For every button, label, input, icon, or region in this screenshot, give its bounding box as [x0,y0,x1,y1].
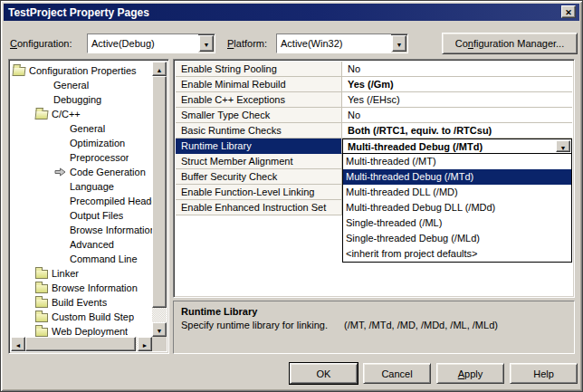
configuration-manager-button[interactable]: Configuration Manager... [442,33,578,54]
dropdown-option-mld[interactable]: Single-threaded Debug (/MLd) [343,231,571,246]
folder-open-icon [12,67,25,76]
help-button[interactable]: Help [510,363,578,384]
property-row-enable-string-pooling[interactable]: Enable String PoolingNo [176,62,572,77]
runtime-library-dropdown-list: Multi-threaded (/MT) Multi-threaded Debu… [342,153,572,263]
tree-item-c-cpp[interactable]: C/C++ [11,107,154,121]
property-row-enable-minimal-rebuild[interactable]: Enable Minimal RebuildYes (/Gm) [176,77,572,92]
tree-item-advanced[interactable]: Advanced [11,237,154,252]
cancel-button[interactable]: Cancel [363,363,431,384]
description-flags: (/MT, /MTd, /MD, /MDd, /ML, /MLd) [344,320,498,330]
tree-item-debugging[interactable]: Debugging [11,92,154,107]
scrollbar-corner [152,337,167,351]
chevron-down-icon [204,38,210,49]
vertical-scroll-thumb[interactable] [152,76,167,308]
property-row-runtime-library[interactable]: Runtime Library Multi-threaded Debug (/M… [176,139,572,154]
description-text: Specify runtime library for linking. [181,320,328,330]
platform-value: Active(Win32) [277,34,391,53]
triangle-left-icon [15,339,22,349]
dropdown-option-inherit[interactable]: <inherit from project defaults> [343,246,571,262]
dropdown-option-ml[interactable]: Single-threaded (/ML) [343,215,571,231]
folder-open-icon [34,110,48,120]
apply-button[interactable]: Apply [436,363,504,384]
runtime-library-value: Multi-threaded Debug (/MTd) [348,141,483,152]
property-row-basic-runtime-checks[interactable]: Basic Runtime ChecksBoth (/RTC1, equiv. … [176,123,572,139]
configuration-value: Active(Debug) [88,34,198,53]
horizontal-scroll-thumb[interactable] [25,337,136,351]
runtime-library-dropdown-button[interactable] [556,140,570,152]
scroll-down-button[interactable] [152,322,167,337]
tree-item-code-generation[interactable]: Code Generation [11,165,154,179]
tree-item-custom-build-step[interactable]: Custom Build Step [11,310,154,324]
tree-item-general[interactable]: General [11,78,154,92]
tree-item-build-events[interactable]: Build Events [11,295,154,310]
triangle-up-icon [157,63,163,74]
tree-item-output-files[interactable]: Output Files [11,208,154,223]
description-body: Specify runtime library for linking.(/MT… [181,320,567,330]
title-bar: TestProject Property Pages [4,4,579,21]
close-icon [565,6,572,17]
platform-label: Platform: [227,38,267,49]
tree-item-precompiled-headers[interactable]: Precompiled Headers [11,194,154,208]
tree-item-preprocessor[interactable]: Preprocessor [11,150,154,165]
dropdown-option-md[interactable]: Multi-threaded DLL (/MD) [343,185,571,200]
tree-vertical-scrollbar[interactable] [152,62,167,337]
configuration-label: Configuration: [10,38,72,49]
platform-select[interactable]: Active(Win32) [276,33,408,53]
folder-closed-icon [35,270,48,279]
tree-item-command-line[interactable]: Command Line [11,252,154,266]
current-page-arrow-icon [54,167,66,177]
folder-closed-icon [35,284,48,293]
folder-closed-icon [35,299,48,308]
dropdown-option-mdd[interactable]: Multi-threaded Debug DLL (/MDd) [343,200,571,215]
tree-item-optimization[interactable]: Optimization [11,136,154,150]
description-title: Runtime Library [181,306,567,317]
runtime-library-combobox[interactable]: Multi-threaded Debug (/MTd) [342,139,572,154]
tree-item-web-deployment[interactable]: Web Deployment [11,324,154,337]
platform-dropdown-button[interactable] [392,35,406,52]
scroll-left-button[interactable] [11,337,25,351]
tree-item-configuration-properties[interactable]: Configuration Properties [11,63,154,78]
folder-closed-icon [35,328,48,337]
chevron-down-icon [560,141,567,152]
tree-content: Configuration Properties General Debuggi… [11,62,154,337]
description-panel: Runtime Library Specify runtime library … [173,301,575,354]
tree-item-language[interactable]: Language [11,179,154,194]
triangle-down-icon [157,324,163,335]
configuration-select[interactable]: Active(Debug) [87,33,215,53]
dropdown-option-mtd[interactable]: Multi-threaded Debug (/MTd) [343,169,571,185]
folder-closed-icon [35,313,48,322]
tree-item-linker[interactable]: Linker [11,266,154,281]
property-row-enable-cpp-exceptions[interactable]: Enable C++ ExceptionsYes (/EHsc) [176,92,572,108]
window-title: TestProject Property Pages [8,6,149,19]
tree-item-browse-information-root[interactable]: Browse Information [11,281,154,295]
property-row-smaller-type-check[interactable]: Smaller Type CheckNo [176,108,572,123]
close-button[interactable] [561,5,576,18]
property-pages-dialog: TestProject Property Pages Configuration… [0,0,583,392]
ok-button[interactable]: OK [290,363,358,384]
tree-item-cpp-general[interactable]: General [11,121,154,136]
tree-horizontal-scrollbar[interactable] [11,337,152,351]
configuration-dropdown-button[interactable] [199,35,214,52]
scroll-up-button[interactable] [152,62,167,76]
category-tree: Configuration Properties General Debuggi… [8,59,169,354]
tree-item-browse-information[interactable]: Browse Information [11,223,154,237]
chevron-down-icon [397,38,403,49]
triangle-right-icon [142,339,148,349]
dropdown-option-mt[interactable]: Multi-threaded (/MT) [343,154,571,169]
scroll-right-button[interactable] [138,337,152,351]
